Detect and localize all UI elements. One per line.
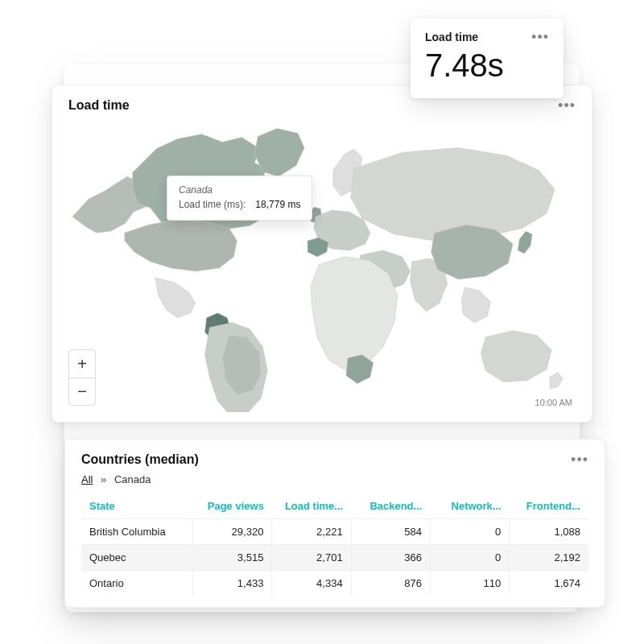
load-time-map-card: Load time ••• bbox=[52, 85, 592, 423]
zoom-out-button[interactable]: − bbox=[69, 378, 95, 405]
cell-network: 0 bbox=[430, 519, 509, 545]
cell-state: British Columbia bbox=[81, 519, 193, 545]
col-network[interactable]: Network... bbox=[430, 493, 509, 519]
zoom-controls: + − bbox=[68, 349, 96, 406]
kpi-more-icon[interactable]: ••• bbox=[531, 30, 549, 44]
cell-frontend: 1,088 bbox=[510, 519, 588, 545]
col-loadtime[interactable]: Load time... bbox=[272, 493, 351, 519]
cell-network: 110 bbox=[430, 571, 509, 597]
kpi-value: 7.48s bbox=[425, 47, 549, 84]
cell-network: 0 bbox=[430, 545, 509, 571]
col-backend[interactable]: Backend... bbox=[351, 493, 430, 519]
breadcrumb-root-link[interactable]: All bbox=[81, 473, 93, 485]
col-frontend[interactable]: Frontend... bbox=[510, 493, 588, 519]
tooltip-country: Canada bbox=[179, 184, 300, 196]
col-state[interactable]: State bbox=[81, 493, 193, 519]
countries-table-card: Countries (median) ••• All » Canada Stat… bbox=[64, 439, 605, 608]
cell-loadtime: 4,334 bbox=[272, 571, 351, 597]
tooltip-metric-value: 18,779 ms bbox=[255, 199, 300, 210]
map-timestamp: 10:00 AM bbox=[535, 398, 572, 407]
cell-backend: 584 bbox=[351, 519, 430, 545]
table-row[interactable]: British Columbia 29,320 2,221 584 0 1,08… bbox=[81, 519, 588, 545]
kpi-card: Load time ••• 7.48s bbox=[411, 19, 564, 98]
map-tooltip: Canada Load time (ms): 18,779 ms bbox=[167, 175, 312, 221]
cell-frontend: 2,192 bbox=[510, 545, 588, 571]
cell-pageviews: 3,515 bbox=[193, 545, 272, 571]
cell-backend: 366 bbox=[351, 545, 430, 571]
cell-loadtime: 2,221 bbox=[272, 519, 351, 545]
breadcrumb-current: Canada bbox=[114, 473, 151, 485]
tooltip-metric-label: Load time (ms): bbox=[179, 199, 246, 210]
map-card-title: Load time bbox=[68, 98, 130, 113]
cell-loadtime: 2,701 bbox=[272, 545, 351, 571]
countries-table: State Page views Load time... Backend...… bbox=[81, 493, 588, 596]
col-pageviews[interactable]: Page views bbox=[193, 493, 272, 519]
cell-backend: 876 bbox=[351, 571, 430, 597]
cell-state: Ontario bbox=[81, 571, 193, 597]
map-body[interactable]: Canada Load time (ms): 18,779 ms + − 10:… bbox=[68, 118, 576, 412]
cell-frontend: 1,674 bbox=[510, 571, 588, 597]
cell-state: Quebec bbox=[81, 545, 193, 571]
table-row[interactable]: Quebec 3,515 2,701 366 0 2,192 bbox=[81, 545, 588, 571]
breadcrumb: All » Canada bbox=[81, 473, 588, 485]
cell-pageviews: 29,320 bbox=[193, 519, 272, 545]
world-map-svg[interactable] bbox=[68, 118, 576, 412]
cell-pageviews: 1,433 bbox=[193, 571, 272, 597]
table-row[interactable]: Ontario 1,433 4,334 876 110 1,674 bbox=[81, 571, 588, 597]
zoom-in-button[interactable]: + bbox=[69, 350, 95, 378]
kpi-label: Load time bbox=[425, 31, 478, 43]
breadcrumb-separator: » bbox=[101, 473, 106, 485]
table-title: Countries (median) bbox=[81, 452, 199, 467]
table-more-icon[interactable]: ••• bbox=[571, 452, 588, 467]
map-more-icon[interactable]: ••• bbox=[558, 98, 576, 113]
